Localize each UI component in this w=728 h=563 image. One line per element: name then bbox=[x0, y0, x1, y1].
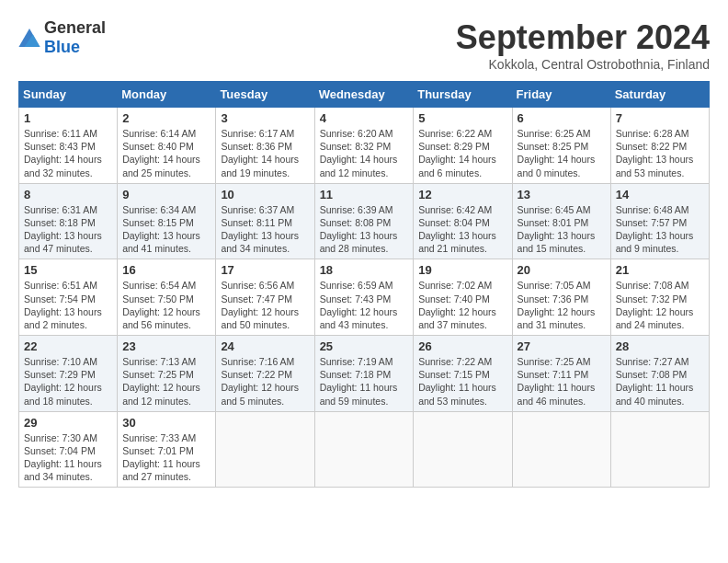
day-number: 10 bbox=[221, 188, 309, 201]
day-number: 29 bbox=[24, 416, 112, 430]
day-of-week-header: Wednesday bbox=[314, 82, 414, 108]
day-info: Sunrise: 6:14 AM Sunset: 8:40 PM Dayligh… bbox=[122, 127, 210, 179]
day-number: 22 bbox=[24, 339, 112, 353]
day-of-week-header: Sunday bbox=[19, 82, 118, 108]
header: General Blue September 2024 Kokkola, Cen… bbox=[18, 18, 710, 72]
day-info: Sunrise: 6:22 AM Sunset: 8:29 PM Dayligh… bbox=[418, 127, 506, 179]
day-number: 27 bbox=[518, 339, 606, 353]
day-number: 18 bbox=[320, 263, 409, 277]
calendar-day-cell bbox=[512, 411, 610, 488]
calendar-day-cell bbox=[314, 411, 414, 488]
day-number: 28 bbox=[616, 339, 704, 353]
day-info: Sunrise: 6:56 AM Sunset: 7:47 PM Dayligh… bbox=[221, 279, 309, 331]
calendar-day-cell: 20Sunrise: 7:05 AM Sunset: 7:36 PM Dayli… bbox=[512, 259, 610, 336]
day-number: 19 bbox=[418, 263, 506, 277]
title-area: September 2024 Kokkola, Central Ostrobot… bbox=[456, 18, 710, 72]
logo: General Blue bbox=[18, 18, 106, 57]
day-number: 15 bbox=[24, 263, 112, 277]
day-of-week-header: Tuesday bbox=[216, 82, 314, 108]
calendar-week-row: 1Sunrise: 6:11 AM Sunset: 8:43 PM Daylig… bbox=[19, 108, 710, 184]
calendar-day-cell: 18Sunrise: 6:59 AM Sunset: 7:43 PM Dayli… bbox=[314, 259, 414, 336]
calendar-day-cell: 5Sunrise: 6:22 AM Sunset: 8:29 PM Daylig… bbox=[414, 108, 512, 184]
day-info: Sunrise: 6:20 AM Sunset: 8:32 PM Dayligh… bbox=[320, 127, 409, 179]
day-number: 9 bbox=[122, 188, 210, 201]
day-number: 6 bbox=[518, 111, 606, 125]
calendar-day-cell: 1Sunrise: 6:11 AM Sunset: 8:43 PM Daylig… bbox=[19, 108, 118, 184]
day-number: 20 bbox=[518, 263, 606, 277]
day-info: Sunrise: 7:16 AM Sunset: 7:22 PM Dayligh… bbox=[221, 355, 309, 408]
day-info: Sunrise: 6:31 AM Sunset: 8:18 PM Dayligh… bbox=[24, 203, 112, 256]
day-info: Sunrise: 7:22 AM Sunset: 7:15 PM Dayligh… bbox=[418, 355, 506, 408]
calendar-day-cell: 19Sunrise: 7:02 AM Sunset: 7:40 PM Dayli… bbox=[414, 259, 512, 336]
calendar-day-cell: 14Sunrise: 6:48 AM Sunset: 7:57 PM Dayli… bbox=[610, 183, 709, 259]
logo-icon bbox=[18, 29, 40, 47]
calendar-day-cell: 29Sunrise: 7:30 AM Sunset: 7:04 PM Dayli… bbox=[19, 411, 118, 488]
calendar-table: SundayMondayTuesdayWednesdayThursdayFrid… bbox=[18, 81, 710, 488]
calendar-subtitle: Kokkola, Central Ostrobothnia, Finland bbox=[456, 57, 710, 72]
day-number: 16 bbox=[122, 263, 210, 277]
day-info: Sunrise: 7:05 AM Sunset: 7:36 PM Dayligh… bbox=[518, 279, 606, 331]
day-number: 11 bbox=[320, 188, 409, 201]
calendar-day-cell: 6Sunrise: 6:25 AM Sunset: 8:25 PM Daylig… bbox=[512, 108, 610, 184]
calendar-title: September 2024 bbox=[456, 18, 710, 57]
day-info: Sunrise: 6:28 AM Sunset: 8:22 PM Dayligh… bbox=[616, 127, 704, 179]
calendar-day-cell: 25Sunrise: 7:19 AM Sunset: 7:18 PM Dayli… bbox=[314, 336, 414, 412]
day-info: Sunrise: 6:51 AM Sunset: 7:54 PM Dayligh… bbox=[24, 279, 112, 331]
calendar-day-cell: 26Sunrise: 7:22 AM Sunset: 7:15 PM Dayli… bbox=[414, 336, 512, 412]
day-of-week-header: Saturday bbox=[610, 82, 709, 108]
calendar-day-cell: 30Sunrise: 7:33 AM Sunset: 7:01 PM Dayli… bbox=[118, 411, 216, 488]
day-info: Sunrise: 6:25 AM Sunset: 8:25 PM Dayligh… bbox=[518, 127, 606, 179]
day-info: Sunrise: 6:34 AM Sunset: 8:15 PM Dayligh… bbox=[122, 203, 210, 256]
day-number: 7 bbox=[616, 111, 704, 125]
day-info: Sunrise: 7:25 AM Sunset: 7:11 PM Dayligh… bbox=[518, 355, 606, 408]
day-info: Sunrise: 6:48 AM Sunset: 7:57 PM Dayligh… bbox=[616, 203, 704, 256]
day-number: 4 bbox=[320, 111, 409, 125]
day-number: 8 bbox=[24, 188, 112, 201]
day-number: 23 bbox=[122, 339, 210, 353]
day-number: 2 bbox=[122, 111, 210, 125]
day-info: Sunrise: 7:08 AM Sunset: 7:32 PM Dayligh… bbox=[616, 279, 704, 331]
calendar-day-cell bbox=[610, 411, 709, 488]
day-info: Sunrise: 6:54 AM Sunset: 7:50 PM Dayligh… bbox=[122, 279, 210, 331]
calendar-day-cell: 8Sunrise: 6:31 AM Sunset: 8:18 PM Daylig… bbox=[19, 183, 118, 259]
day-info: Sunrise: 6:45 AM Sunset: 8:01 PM Dayligh… bbox=[518, 203, 606, 256]
calendar-day-cell: 4Sunrise: 6:20 AM Sunset: 8:32 PM Daylig… bbox=[314, 108, 414, 184]
day-of-week-header: Monday bbox=[118, 82, 216, 108]
logo-general: General bbox=[44, 18, 106, 37]
calendar-day-cell: 22Sunrise: 7:10 AM Sunset: 7:29 PM Dayli… bbox=[19, 336, 118, 412]
logo-text: General Blue bbox=[44, 18, 106, 57]
day-info: Sunrise: 7:02 AM Sunset: 7:40 PM Dayligh… bbox=[418, 279, 506, 331]
day-of-week-header: Friday bbox=[512, 82, 610, 108]
day-info: Sunrise: 6:11 AM Sunset: 8:43 PM Dayligh… bbox=[24, 127, 112, 179]
calendar-day-cell: 28Sunrise: 7:27 AM Sunset: 7:08 PM Dayli… bbox=[610, 336, 709, 412]
calendar-week-row: 22Sunrise: 7:10 AM Sunset: 7:29 PM Dayli… bbox=[19, 336, 710, 412]
day-number: 13 bbox=[518, 188, 606, 201]
calendar-week-row: 29Sunrise: 7:30 AM Sunset: 7:04 PM Dayli… bbox=[19, 411, 710, 488]
day-info: Sunrise: 7:27 AM Sunset: 7:08 PM Dayligh… bbox=[616, 355, 704, 408]
day-of-week-header: Thursday bbox=[414, 82, 512, 108]
day-info: Sunrise: 7:30 AM Sunset: 7:04 PM Dayligh… bbox=[24, 431, 112, 484]
day-number: 26 bbox=[418, 339, 506, 353]
logo-blue: Blue bbox=[44, 38, 80, 56]
day-number: 3 bbox=[221, 111, 309, 125]
calendar-header-row: SundayMondayTuesdayWednesdayThursdayFrid… bbox=[19, 82, 710, 108]
calendar-day-cell: 11Sunrise: 6:39 AM Sunset: 8:08 PM Dayli… bbox=[314, 183, 414, 259]
day-info: Sunrise: 7:13 AM Sunset: 7:25 PM Dayligh… bbox=[122, 355, 210, 408]
calendar-day-cell: 13Sunrise: 6:45 AM Sunset: 8:01 PM Dayli… bbox=[512, 183, 610, 259]
calendar-day-cell: 27Sunrise: 7:25 AM Sunset: 7:11 PM Dayli… bbox=[512, 336, 610, 412]
day-number: 25 bbox=[320, 339, 409, 353]
day-info: Sunrise: 6:42 AM Sunset: 8:04 PM Dayligh… bbox=[418, 203, 506, 256]
day-number: 5 bbox=[418, 111, 506, 125]
calendar-day-cell: 12Sunrise: 6:42 AM Sunset: 8:04 PM Dayli… bbox=[414, 183, 512, 259]
calendar-day-cell: 15Sunrise: 6:51 AM Sunset: 7:54 PM Dayli… bbox=[19, 259, 118, 336]
calendar-day-cell: 24Sunrise: 7:16 AM Sunset: 7:22 PM Dayli… bbox=[216, 336, 314, 412]
day-number: 12 bbox=[418, 188, 506, 201]
day-number: 24 bbox=[221, 339, 309, 353]
calendar-day-cell: 21Sunrise: 7:08 AM Sunset: 7:32 PM Dayli… bbox=[610, 259, 709, 336]
calendar-day-cell: 23Sunrise: 7:13 AM Sunset: 7:25 PM Dayli… bbox=[118, 336, 216, 412]
day-number: 21 bbox=[616, 263, 704, 277]
calendar-day-cell: 17Sunrise: 6:56 AM Sunset: 7:47 PM Dayli… bbox=[216, 259, 314, 336]
calendar-day-cell: 9Sunrise: 6:34 AM Sunset: 8:15 PM Daylig… bbox=[118, 183, 216, 259]
day-info: Sunrise: 7:10 AM Sunset: 7:29 PM Dayligh… bbox=[24, 355, 112, 408]
calendar-week-row: 15Sunrise: 6:51 AM Sunset: 7:54 PM Dayli… bbox=[19, 259, 710, 336]
